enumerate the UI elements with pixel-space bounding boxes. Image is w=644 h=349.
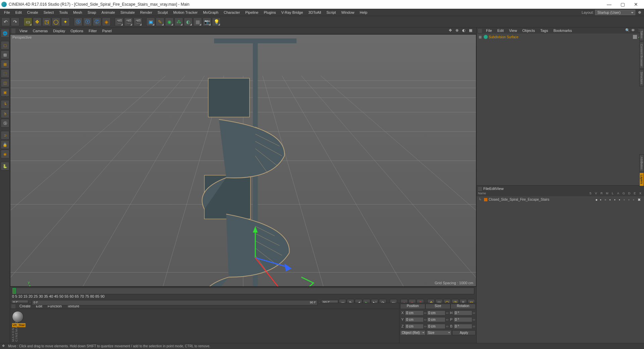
point-mode[interactable]: ⬚ xyxy=(1,69,9,78)
minimize-button[interactable]: — xyxy=(602,0,616,9)
camera-tool[interactable]: 📷 xyxy=(203,17,211,26)
menu-edit[interactable]: Edit xyxy=(13,9,24,15)
z-axis-lock[interactable]: Ⓩ xyxy=(93,17,101,26)
last-tool[interactable]: ✦ xyxy=(61,17,70,26)
vp-menu-cameras[interactable]: Cameras xyxy=(30,28,51,34)
layer-name[interactable]: Closed_Side_Spiral_Fire_Escape_Stairs xyxy=(489,198,595,201)
coord-x-pos[interactable] xyxy=(405,310,424,315)
workplane-mode[interactable]: ▦ xyxy=(1,60,9,68)
coord-z-size[interactable] xyxy=(427,324,446,329)
menu-create[interactable]: Create xyxy=(24,9,41,15)
layer-render-icon[interactable]: ▫ xyxy=(605,198,609,202)
menu-help[interactable]: Help xyxy=(357,9,370,15)
mat-menu-create[interactable]: Create xyxy=(17,303,33,309)
obj-menu-objects[interactable]: Objects xyxy=(520,28,537,33)
menu-pipeline[interactable]: Pipeline xyxy=(243,9,261,15)
vtab-content-browser[interactable]: Content Browser xyxy=(639,42,644,69)
menu-motion-tracker[interactable]: Motion Tracker xyxy=(170,9,200,15)
panel-grip-icon[interactable] xyxy=(11,304,15,308)
coord-y-pos[interactable] xyxy=(405,317,424,322)
layer-row[interactable]: └ Closed_Side_Spiral_Fire_Escape_Stairs … xyxy=(477,197,643,202)
vp-menu-options[interactable]: Options xyxy=(68,28,86,34)
layout-gear-icon[interactable] xyxy=(637,9,643,15)
panel-grip-icon[interactable] xyxy=(11,29,15,33)
polygon-mode[interactable]: ▣ xyxy=(1,88,9,97)
undo-button[interactable]: ↶ xyxy=(1,17,10,26)
vp-orbit-icon[interactable]: ◐ xyxy=(462,28,468,34)
vtab-takes[interactable]: Takes xyxy=(639,28,644,41)
vp-zoom-icon[interactable]: ⊕ xyxy=(455,28,461,34)
coord-y-size[interactable] xyxy=(427,317,446,322)
pen-tool[interactable]: ✎ xyxy=(156,17,164,26)
layer-lock-icon[interactable]: • xyxy=(614,198,618,202)
environment-tool[interactable]: ▦ xyxy=(193,17,202,26)
object-row[interactable]: ⊞ Subdivision Surface ✓ xyxy=(477,34,643,40)
menu-simulate[interactable]: Simulate xyxy=(118,9,138,15)
render-settings[interactable]: 🎬 xyxy=(133,17,142,26)
timeline-range-slider[interactable]: 0 F 90 F xyxy=(32,300,317,305)
menu-tools[interactable]: Tools xyxy=(56,9,70,15)
layout-selector[interactable]: Startup (User) xyxy=(595,10,635,15)
obj-menu-bookmarks[interactable]: Bookmarks xyxy=(551,28,575,33)
vtab-structure[interactable]: Structure xyxy=(639,69,644,87)
python-console[interactable]: 🐍 xyxy=(1,162,9,170)
attr-menu-file[interactable]: File xyxy=(483,187,489,191)
vp-menu-filter[interactable]: Filter xyxy=(86,28,99,34)
panel-grip-icon[interactable] xyxy=(478,29,482,33)
obj-menu-edit[interactable]: Edit xyxy=(495,28,506,33)
menu-sculpt[interactable]: Sculpt xyxy=(155,9,171,15)
primitive-cube[interactable]: ▣ xyxy=(146,17,155,26)
menu-mograph[interactable]: MoGraph xyxy=(200,9,221,15)
magnet-tool[interactable]: ⊃ xyxy=(1,131,9,140)
menu-3dtoall[interactable]: 3DToAll xyxy=(306,9,324,15)
light-tool[interactable]: 💡 xyxy=(212,17,221,26)
object-name[interactable]: Subdivision Surface xyxy=(489,35,633,39)
layer-anim-icon[interactable]: • xyxy=(619,198,623,202)
edge-mode[interactable]: ◫ xyxy=(1,79,9,87)
array-tool[interactable]: ⁂ xyxy=(174,17,183,26)
x-axis-lock[interactable]: Ⓧ xyxy=(74,17,83,26)
lock-tool[interactable]: 🔒 xyxy=(1,140,9,149)
scale-tool[interactable]: ◳ xyxy=(42,17,51,26)
layer-xref-icon[interactable]: ✖ xyxy=(638,198,642,202)
menu-animate[interactable]: Animate xyxy=(99,9,118,15)
layer-expr-icon[interactable]: ◦ xyxy=(633,198,637,202)
attr-menu-view[interactable]: View xyxy=(496,187,504,191)
coord-h-rot[interactable] xyxy=(453,310,472,315)
coord-apply-button[interactable]: Apply xyxy=(452,330,476,335)
coord-system[interactable]: ◈ xyxy=(102,17,111,26)
vp-menu-display[interactable]: Display xyxy=(50,28,68,34)
vp-menu-view[interactable]: View xyxy=(17,28,30,34)
layer-solo-icon[interactable]: ● xyxy=(595,198,599,202)
timeline-ruler[interactable] xyxy=(12,288,474,294)
coord-p-rot[interactable] xyxy=(453,317,472,322)
menu-character[interactable]: Character xyxy=(221,9,243,15)
filter-icon[interactable]: 👁 xyxy=(631,28,636,33)
snap-toggle[interactable]: Ⓢ xyxy=(1,119,9,128)
vp-layout-icon[interactable]: ▦ xyxy=(469,28,474,34)
timeline-playhead[interactable] xyxy=(12,288,16,294)
layer-view-icon[interactable]: ▪ xyxy=(600,198,604,202)
objects-tree[interactable]: ⊞ Subdivision Surface ✓ xyxy=(477,34,644,185)
y-axis-lock[interactable]: Ⓨ xyxy=(83,17,92,26)
attr-menu-edit[interactable]: Edit xyxy=(489,187,496,191)
select-tool[interactable]: ▭ xyxy=(23,17,32,26)
menu-render[interactable]: Render xyxy=(138,9,155,15)
deformer-tool[interactable]: ◐ xyxy=(184,17,193,26)
move-tool[interactable]: ✥ xyxy=(33,17,42,26)
menu-snap[interactable]: Snap xyxy=(85,9,99,15)
layer-manager-icon[interactable]: ▪ xyxy=(609,198,613,202)
axis-band[interactable]: ┗ xyxy=(1,100,9,109)
layer-gen-icon[interactable]: ◦ xyxy=(624,198,628,202)
expand-icon[interactable]: ⊞ xyxy=(479,35,483,39)
close-button[interactable]: ✕ xyxy=(629,0,643,9)
coord-z-pos[interactable] xyxy=(405,324,424,329)
layer-color-swatch[interactable] xyxy=(484,198,487,201)
menu-plugins[interactable]: Plugins xyxy=(261,9,278,15)
visibility-tag[interactable] xyxy=(633,35,637,39)
menu-select[interactable]: Select xyxy=(41,9,57,15)
vp-nav-icon[interactable]: ✥ xyxy=(449,28,454,34)
make-editable[interactable]: 🌐 xyxy=(1,29,9,38)
viewport-perspective[interactable]: Perspective xyxy=(10,34,476,287)
coord-b-rot[interactable] xyxy=(453,324,472,329)
